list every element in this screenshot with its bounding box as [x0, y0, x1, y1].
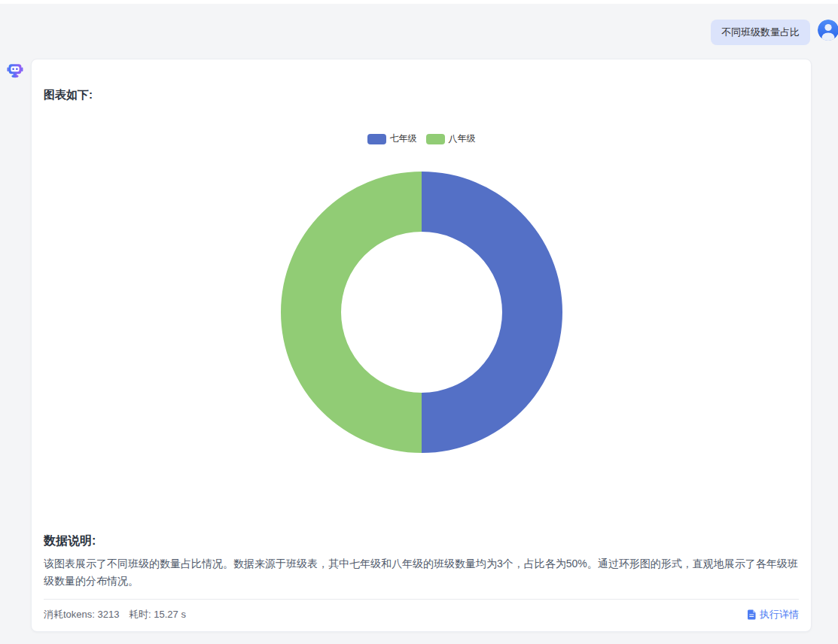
- donut-slice[interactable]: [422, 172, 562, 453]
- card-footer: 消耗tokens: 3213 耗时: 15.27 s 执行详情: [44, 600, 799, 621]
- donut-slice[interactable]: [281, 172, 422, 453]
- data-note-body: 该图表展示了不同班级的数量占比情况。数据来源于班级表，其中七年级和八年级的班级数…: [44, 555, 799, 590]
- user-message-bubble: 不同班级数量占比: [711, 20, 810, 45]
- chart-heading: 图表如下:: [44, 88, 799, 102]
- app-screen: 不同班级数量占比: [0, 0, 838, 644]
- person-avatar-icon: [818, 20, 838, 41]
- legend-marker: [367, 134, 386, 144]
- legend-marker: [426, 134, 445, 144]
- top-header-strip: [0, 0, 838, 4]
- robot-chat-icon: [7, 62, 23, 78]
- time-elapsed-text: 耗时: 15.27 s: [129, 609, 186, 620]
- data-note-heading: 数据说明:: [44, 533, 799, 549]
- chart-legend: 七年级八年级: [44, 132, 799, 145]
- tokens-used-text: 消耗tokens: 3213: [44, 609, 119, 620]
- legend-item[interactable]: 八年级: [426, 132, 476, 145]
- legend-item[interactable]: 七年级: [367, 132, 417, 145]
- execution-details-link[interactable]: 执行详情: [747, 608, 799, 621]
- assistant-answer-card: 图表如下: 七年级八年级 数据说明: 该图表展示了不同班级的数量占比情况。数据来…: [31, 59, 812, 632]
- legend-label: 七年级: [390, 132, 417, 145]
- document-file-icon: [747, 609, 757, 620]
- usage-stats: 消耗tokens: 3213 耗时: 15.27 s: [44, 608, 186, 621]
- donut-chart: [280, 171, 563, 454]
- execution-details-label: 执行详情: [760, 608, 799, 621]
- legend-label: 八年级: [449, 132, 476, 145]
- donut-chart-area: 七年级八年级: [44, 102, 799, 524]
